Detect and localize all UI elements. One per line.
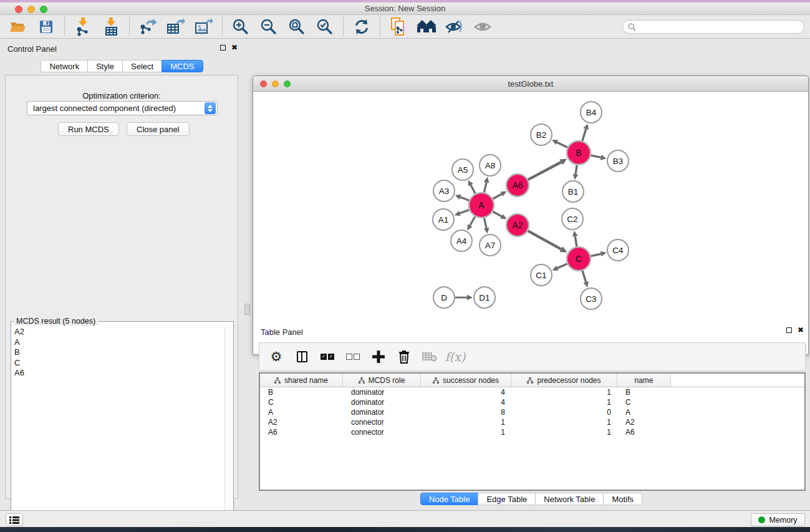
graph-node-A1[interactable]: A1 — [433, 209, 454, 230]
column-header-shared-name[interactable]: shared name — [260, 374, 343, 387]
deselect-all-columns-icon[interactable] — [345, 349, 361, 365]
mcds-result-item[interactable]: B — [14, 347, 224, 358]
table-row[interactable]: Bdominator41B — [260, 387, 804, 397]
graph-node-C1[interactable]: C1 — [531, 264, 552, 286]
tab-mcds[interactable]: MCDS — [162, 60, 203, 72]
search-field[interactable] — [622, 20, 804, 34]
graph-node-A5[interactable]: A5 — [452, 159, 473, 180]
save-session-icon[interactable] — [36, 17, 56, 37]
graph-node-A[interactable]: A — [469, 193, 494, 218]
table-row[interactable]: Cdominator41C — [260, 397, 804, 407]
graph-node-A3[interactable]: A3 — [433, 180, 455, 201]
table-row[interactable]: A2connector11A2 — [260, 417, 804, 427]
graph-node-C2[interactable]: C2 — [562, 208, 583, 230]
close-panel-button[interactable]: Close panel — [127, 122, 190, 136]
zoom-out-icon[interactable] — [259, 17, 279, 37]
refresh-icon[interactable] — [352, 17, 372, 37]
table-cell: 4 — [421, 388, 511, 397]
mcds-result-list[interactable]: A2ABCA6 — [12, 327, 224, 532]
export-network-icon[interactable] — [138, 17, 158, 37]
graph-node-C4[interactable]: C4 — [607, 239, 629, 261]
graph-node-A7[interactable]: A7 — [480, 235, 501, 256]
zoom-window-button[interactable] — [284, 80, 291, 87]
table-panel-title: Table Panel — [261, 327, 303, 337]
mcds-result-item[interactable]: A6 — [14, 368, 224, 379]
graph-node-D[interactable]: D — [433, 287, 455, 308]
column-header-name[interactable]: name — [617, 374, 671, 387]
table-row[interactable]: Adominator80A — [260, 407, 804, 417]
home-icon[interactable] — [417, 17, 436, 37]
vertical-splitter-handle[interactable] — [244, 304, 250, 315]
optimization-dropdown[interactable]: largest connected component (directed) — [27, 101, 218, 115]
search-input[interactable] — [639, 22, 799, 31]
close-panel-icon[interactable]: ✖ — [798, 327, 804, 333]
graph-edge — [484, 218, 489, 234]
graph-node-C3[interactable]: C3 — [581, 288, 602, 309]
float-panel-icon[interactable] — [786, 327, 792, 333]
zoom-fit-icon[interactable] — [287, 17, 307, 37]
open-session-icon[interactable] — [8, 17, 28, 37]
tab-style[interactable]: Style — [87, 60, 123, 72]
mcds-scrollbar[interactable] — [224, 327, 233, 532]
mcds-result-item[interactable]: C — [14, 358, 224, 369]
task-history-button[interactable] — [6, 513, 23, 526]
close-window-button[interactable] — [260, 80, 267, 87]
table-row[interactable]: A6connector11A6 — [260, 427, 804, 437]
tab-edge-table[interactable]: Edge Table — [478, 493, 536, 505]
control-panel-body: Optimization criterion: largest connecte… — [5, 75, 238, 499]
graph-edge — [468, 180, 475, 194]
clone-network-icon[interactable] — [388, 17, 408, 37]
add-column-icon[interactable] — [370, 349, 387, 365]
graph-node-A6[interactable]: A6 — [506, 174, 529, 196]
column-header-predecessor-nodes[interactable]: predecessor nodes — [511, 374, 617, 387]
zoom-in-icon[interactable] — [231, 17, 251, 37]
network-window[interactable]: testGlobe.txt B4B2BB3A8A5A6B1A3AA1C2A2A4… — [253, 75, 809, 355]
graph-node-A8[interactable]: A8 — [480, 155, 501, 176]
show-columns-icon[interactable] — [294, 349, 310, 365]
float-panel-icon[interactable] — [220, 45, 226, 51]
delete-column-icon[interactable] — [396, 349, 412, 365]
column-header-successor-nodes[interactable]: successor nodes — [421, 374, 511, 387]
network-window-titlebar[interactable]: testGlobe.txt — [253, 76, 808, 92]
close-panel-icon[interactable]: ✖ — [231, 45, 238, 51]
function-builder-icon[interactable]: f(x) — [447, 349, 463, 365]
select-all-columns-icon[interactable]: ✓✓ — [319, 349, 335, 365]
tab-network-table[interactable]: Network Table — [535, 493, 604, 505]
import-table-icon[interactable] — [101, 17, 121, 37]
app-titlebar[interactable]: Session: New Session — [0, 2, 810, 15]
tab-network[interactable]: Network — [41, 60, 88, 72]
graph-node-C[interactable]: C — [567, 247, 591, 271]
memory-button[interactable]: Memory — [751, 513, 805, 526]
graph-node-B4[interactable]: B4 — [581, 102, 602, 123]
table-settings-gear-icon[interactable]: ⚙ — [268, 349, 284, 365]
graph-node-B3[interactable]: B3 — [607, 150, 629, 172]
table-cell: B — [617, 388, 671, 397]
show-graphics-icon[interactable] — [473, 17, 493, 37]
tab-node-table[interactable]: Node Table — [420, 493, 479, 505]
close-window-button[interactable] — [15, 6, 22, 13]
minimize-window-button[interactable] — [272, 80, 279, 87]
graph-node-B1[interactable]: B1 — [562, 181, 584, 202]
tab-motifs[interactable]: Motifs — [603, 493, 642, 505]
export-table-icon[interactable] — [166, 17, 186, 37]
tab-select[interactable]: Select — [122, 60, 162, 72]
mcds-result-item[interactable]: A2 — [14, 327, 224, 337]
graph-node-B[interactable]: B — [567, 141, 591, 165]
graph-node-A4[interactable]: A4 — [451, 230, 472, 251]
minimize-window-button[interactable] — [27, 6, 35, 13]
network-canvas[interactable]: B4B2BB3A8A5A6B1A3AA1C2A2A4A7C4CC1DD1C3 — [254, 92, 808, 355]
graph-node-B2[interactable]: B2 — [531, 124, 552, 145]
graph-node-D1[interactable]: D1 — [474, 287, 495, 308]
zoom-window-button[interactable] — [40, 6, 47, 13]
import-network-icon[interactable] — [73, 17, 93, 37]
run-mcds-button[interactable]: Run MCDS — [58, 122, 119, 136]
zoom-selected-icon[interactable] — [315, 17, 335, 37]
delete-table-icon[interactable] — [422, 349, 438, 365]
hide-graphics-icon[interactable] — [445, 17, 465, 37]
node-table: shared nameMCDS rolesuccessor nodesprede… — [259, 372, 806, 491]
table-cell: 1 — [511, 418, 617, 427]
mcds-result-item[interactable]: A — [14, 337, 224, 348]
column-header-MCDS-role[interactable]: MCDS role — [343, 374, 421, 387]
export-image-icon[interactable] — [194, 17, 214, 37]
graph-node-A2[interactable]: A2 — [506, 214, 529, 236]
